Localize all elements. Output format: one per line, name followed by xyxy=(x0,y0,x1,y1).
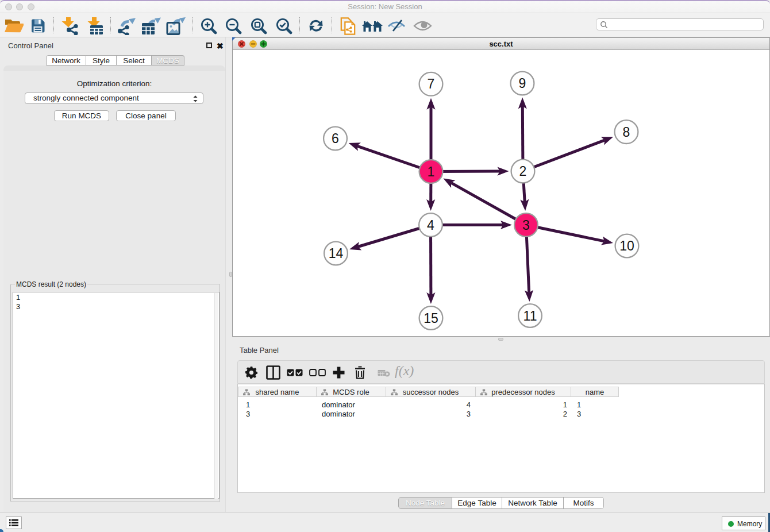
svg-text:11: 11 xyxy=(523,309,537,323)
svg-text:15: 15 xyxy=(424,311,438,326)
svg-text:6: 6 xyxy=(332,131,339,146)
svg-text:9: 9 xyxy=(519,76,526,91)
svg-text:7: 7 xyxy=(428,76,435,91)
svg-text:14: 14 xyxy=(329,246,344,261)
svg-text:10: 10 xyxy=(619,238,634,253)
svg-text:4: 4 xyxy=(427,218,434,233)
svg-text:2: 2 xyxy=(519,164,527,179)
svg-text:3: 3 xyxy=(522,218,530,233)
svg-text:8: 8 xyxy=(623,125,630,140)
svg-text:1: 1 xyxy=(428,164,435,179)
